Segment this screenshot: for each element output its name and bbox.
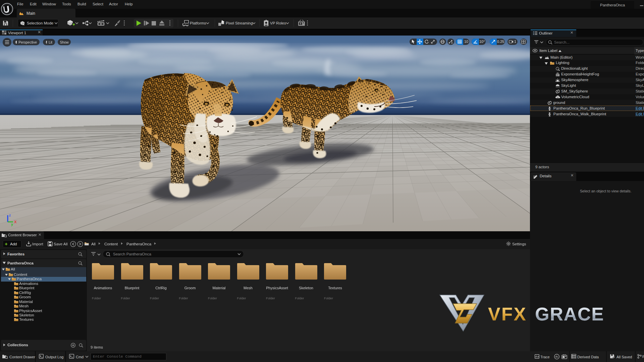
svg-text:z: z [9,213,11,217]
svg-text:GRACE: GRACE [535,304,604,324]
svg-text:y: y [11,222,13,226]
svg-text:VFX: VFX [488,304,527,324]
svg-text:X: X [14,220,17,224]
